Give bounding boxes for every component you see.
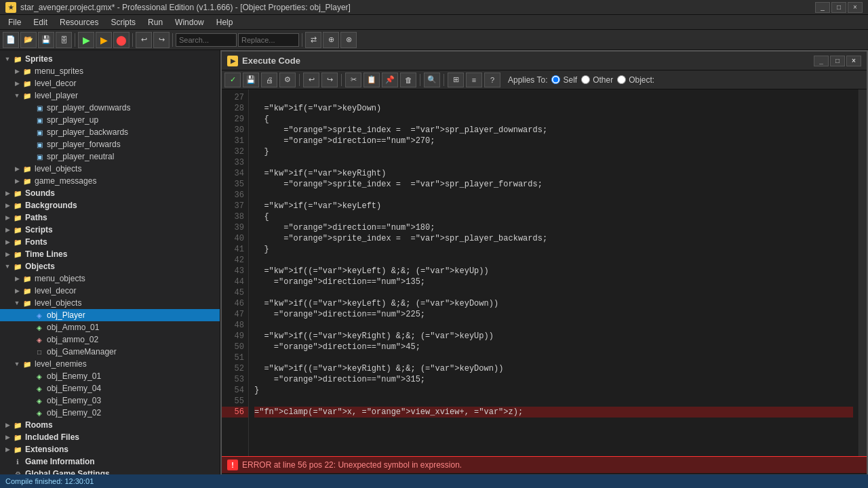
tree-level-objects-sprites[interactable]: ▶ 📁 level_objects: [0, 163, 220, 175]
code-line-27[interactable]: [254, 92, 853, 103]
toolbar-new[interactable]: 📄: [3, 32, 19, 48]
code-line-48[interactable]: [254, 320, 853, 331]
code-line-54[interactable]: }: [254, 385, 853, 396]
code-line-36[interactable]: [254, 190, 853, 201]
window-controls[interactable]: _ □ ×: [815, 2, 863, 13]
tree-spr-down[interactable]: ▣ spr_player_downwards: [0, 102, 220, 114]
toolbar-play[interactable]: ▶: [78, 32, 94, 48]
code-line-35[interactable]: ="orange">sprite_index = ="var">spr_play…: [254, 179, 853, 190]
toolbar-play-debug[interactable]: ▶: [96, 32, 112, 48]
tree-level-enemies[interactable]: ▼ 📁 level_enemies: [0, 358, 220, 370]
tree-obj-enemy03[interactable]: ◈ obj_Enemy_03: [0, 394, 220, 407]
code-line-39[interactable]: ="orange">direction=="num">180;: [254, 222, 853, 233]
tree-level-objects-folder[interactable]: ▼ 📁 level_objects: [0, 297, 220, 309]
code-delete[interactable]: 🗑: [400, 73, 416, 87]
code-line-43[interactable]: ="kw">if((="var">keyLeft) &;&; (="var">k…: [254, 266, 853, 277]
menu-file[interactable]: File: [3, 16, 26, 28]
menu-scripts[interactable]: Scripts: [105, 16, 141, 28]
tree-extensions[interactable]: ▶ 📁 Extensions: [0, 443, 220, 455]
tree-rooms[interactable]: ▶ 📁 Rooms: [0, 419, 220, 431]
code-editor-area[interactable]: 2728293031323334353637383940414243444546…: [222, 89, 867, 456]
tree-backgrounds[interactable]: ▶ 📁 Backgrounds: [0, 199, 220, 211]
tree-spr-backwards[interactable]: ▣ spr_player_backwards: [0, 126, 220, 138]
code-copy[interactable]: 📋: [363, 73, 380, 87]
tree-game-information[interactable]: ℹ Game Information: [0, 455, 220, 468]
code-line-45[interactable]: [254, 287, 853, 298]
toolbar-open[interactable]: 📂: [20, 32, 37, 48]
execute-minimize[interactable]: _: [814, 56, 829, 66]
menu-edit[interactable]: Edit: [28, 16, 53, 28]
code-line-30[interactable]: ="orange">sprite_index = ="var">spr_play…: [254, 125, 853, 136]
toolbar-save[interactable]: 💾: [38, 32, 54, 48]
maximize-button[interactable]: □: [831, 2, 846, 13]
code-paste[interactable]: 📌: [382, 73, 398, 87]
radio-object-input[interactable]: [617, 75, 626, 84]
code-cut[interactable]: ✂: [345, 73, 361, 87]
toolbar-stop[interactable]: ⬤: [113, 32, 130, 48]
tree-timelines[interactable]: ▶ 📁 Time Lines: [0, 248, 220, 260]
code-line-51[interactable]: [254, 352, 853, 363]
code-list[interactable]: ≡: [466, 73, 482, 87]
replace-input[interactable]: [238, 33, 299, 47]
code-search[interactable]: 🔍: [424, 73, 440, 87]
menu-window[interactable]: Window: [170, 16, 210, 28]
toolbar-redo[interactable]: ↪: [153, 32, 170, 48]
tree-level-decor-obj[interactable]: ▶ 📁 level_decor: [0, 285, 220, 297]
code-line-38[interactable]: {: [254, 211, 853, 222]
tree-obj-gamemanager[interactable]: □ obj_GameManager: [0, 346, 220, 358]
menu-resources[interactable]: Resources: [54, 16, 104, 28]
execute-header-buttons[interactable]: _ □ ×: [814, 56, 861, 66]
code-compile[interactable]: ⚙: [279, 73, 296, 87]
tree-objects[interactable]: ▼ 📁 Objects: [0, 260, 220, 272]
tree-spr-forwards[interactable]: ▣ spr_player_forwards: [0, 138, 220, 150]
search-input[interactable]: [176, 33, 237, 47]
code-line-44[interactable]: ="orange">direction=="num">135;: [254, 277, 853, 287]
minimize-button[interactable]: _: [815, 2, 830, 13]
toolbar-btn-extra3[interactable]: ⊗: [340, 32, 357, 48]
radio-self-input[interactable]: [551, 75, 560, 84]
menu-help[interactable]: Help: [211, 16, 239, 28]
execute-maximize[interactable]: □: [830, 56, 845, 66]
code-print[interactable]: 🖨: [261, 73, 277, 87]
tree-obj-enemy02[interactable]: ◈ obj_Enemy_02: [0, 407, 220, 419]
tree-paths[interactable]: ▶ 📁 Paths: [0, 211, 220, 224]
code-line-55[interactable]: [254, 396, 853, 407]
code-line-34[interactable]: ="kw">if(="var">keyRight): [254, 168, 853, 179]
code-line-53[interactable]: ="orange">direction=="num">315;: [254, 374, 853, 385]
code-line-52[interactable]: ="kw">if((="var">keyRight) &;&; (="var">…: [254, 363, 853, 374]
code-undo[interactable]: ↩: [303, 73, 319, 87]
code-accept[interactable]: ✓: [224, 73, 241, 87]
radio-object[interactable]: Object:: [617, 75, 654, 85]
code-line-50[interactable]: ="orange">direction=="num">45;: [254, 342, 853, 352]
toolbar-save-all[interactable]: 🗄: [56, 32, 72, 48]
code-line-42[interactable]: [254, 255, 853, 266]
code-redo[interactable]: ↪: [321, 73, 338, 87]
close-button[interactable]: ×: [848, 2, 863, 13]
code-line-37[interactable]: ="kw">if(="var">keyLeft): [254, 201, 853, 211]
toolbar-undo[interactable]: ↩: [136, 32, 152, 48]
toolbar-btn-extra2[interactable]: ⊕: [323, 32, 339, 48]
tree-menu-objects[interactable]: ▶ 📁 menu_objects: [0, 272, 220, 285]
tree-sounds[interactable]: ▶ 📁 Sounds: [0, 187, 220, 199]
code-grid[interactable]: ⊞: [448, 73, 464, 87]
radio-other-input[interactable]: [581, 75, 590, 84]
tree-game-messages[interactable]: ▶ 📁 game_messages: [0, 175, 220, 187]
tree-spr-neutral[interactable]: ▣ spr_player_neutral: [0, 150, 220, 163]
code-line-56[interactable]: ="fn">clamp(="var">x, ="orange">view_xvi…: [254, 407, 853, 418]
tree-level-decor-sprites[interactable]: ▶ 📁 level_decor: [0, 77, 220, 89]
tree-included-files[interactable]: ▶ 📁 Included Files: [0, 431, 220, 443]
tree-sprites[interactable]: ▼ 📁 Sprites: [0, 53, 220, 65]
tree-obj-ammo01[interactable]: ◈ obj_Ammo_01: [0, 321, 220, 333]
tree-fonts[interactable]: ▶ 📁 Fonts: [0, 236, 220, 248]
code-line-49[interactable]: ="kw">if((="var">keyRight) &;&; (="var">…: [254, 331, 853, 342]
code-line-40[interactable]: ="orange">sprite_index = ="var">spr_play…: [254, 233, 853, 244]
vertical-scrollbar[interactable]: [859, 89, 867, 456]
radio-self[interactable]: Self: [551, 75, 577, 85]
tree-obj-enemy01[interactable]: ◈ obj_Enemy_01: [0, 370, 220, 382]
tree-obj-ammo02[interactable]: ◈ obj_ammo_02: [0, 333, 220, 346]
code-line-46[interactable]: ="kw">if((="var">keyLeft) &;&; (="var">k…: [254, 298, 853, 309]
code-line-33[interactable]: [254, 157, 853, 168]
code-line-47[interactable]: ="orange">direction=="num">225;: [254, 309, 853, 320]
code-save[interactable]: 💾: [243, 73, 259, 87]
radio-other[interactable]: Other: [581, 75, 613, 85]
